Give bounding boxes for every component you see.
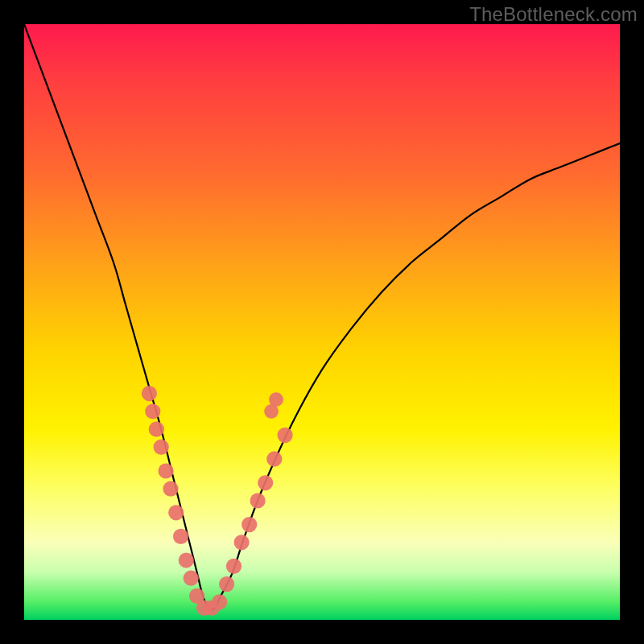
curve-marker [266, 452, 282, 467]
curve-marker [163, 481, 178, 497]
curve-svg [24, 24, 620, 620]
curve-marker [145, 403, 160, 419]
curve-marker [173, 529, 188, 544]
bottleneck-curve [24, 24, 620, 609]
curve-marker [149, 422, 164, 437]
curve-markers [142, 386, 293, 616]
curve-marker [226, 559, 242, 574]
curve-marker [142, 386, 157, 401]
curve-marker [179, 552, 194, 568]
curve-marker [219, 576, 234, 592]
curve-marker [212, 594, 227, 609]
curve-marker [168, 505, 184, 520]
watermark-text: TheBottleneck.com [469, 3, 638, 26]
curve-marker [204, 601, 220, 616]
curve-marker [196, 601, 212, 616]
curve-marker [159, 463, 174, 478]
curve-marker [264, 404, 279, 419]
curve-marker [242, 517, 257, 532]
chart-stage: TheBottleneck.com [0, 0, 644, 644]
curve-marker [189, 588, 204, 604]
curve-marker [250, 493, 266, 508]
plot-area [24, 24, 620, 620]
curve-marker [278, 427, 293, 443]
curve-marker [258, 475, 273, 490]
curve-marker [154, 440, 169, 455]
curve-marker [269, 392, 283, 407]
curve-marker [234, 535, 250, 550]
curve-marker [184, 571, 199, 586]
